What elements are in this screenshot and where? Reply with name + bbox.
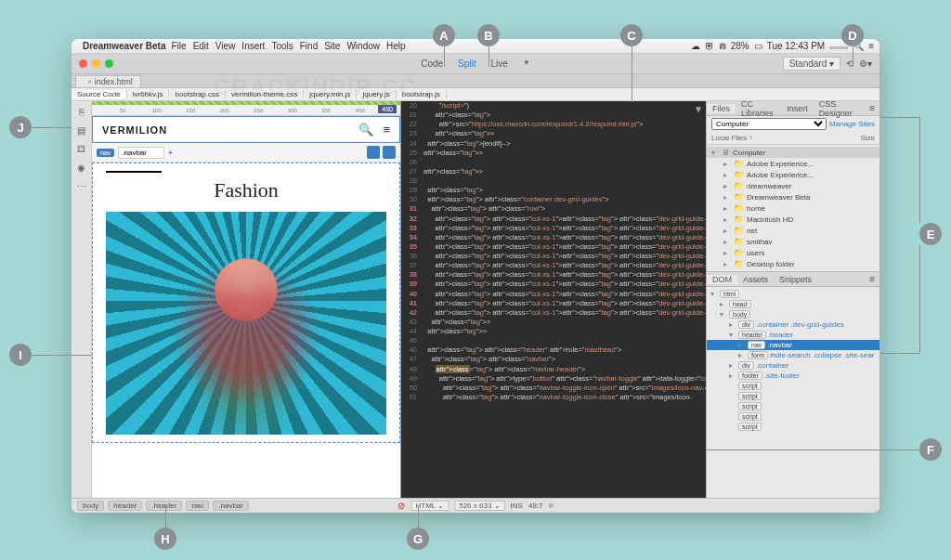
file-manage-icon[interactable]: ⎘	[75, 105, 88, 118]
live-content[interactable]: Fashion	[92, 163, 400, 443]
menubar-icon[interactable]: ≡	[868, 41, 874, 51]
breadcrumb[interactable]: .header	[146, 501, 182, 511]
view-split[interactable]: Split	[451, 57, 482, 71]
view-live-dropdown-icon[interactable]: ▼	[516, 57, 537, 71]
menu-insert[interactable]: Insert	[241, 41, 265, 51]
code-line[interactable]: 27 attr">class="tag">>	[401, 167, 706, 176]
code-line[interactable]: 45	[401, 336, 706, 345]
close-button[interactable]	[79, 59, 87, 68]
menu-find[interactable]: Find	[300, 41, 318, 51]
gear-icon[interactable]: ⚙▾	[859, 59, 872, 69]
dom-node[interactable]: ▸div .container	[707, 360, 879, 371]
dom-node[interactable]: ▸div .container .dev-grid-guides	[707, 319, 879, 330]
tab-snippets[interactable]: Snippets	[774, 275, 817, 284]
related-file[interactable]: jquery.min.js	[304, 90, 357, 98]
error-icon[interactable]: ⊘	[397, 501, 405, 511]
dimensions-dropdown[interactable]: 526 x 633 ⌄	[454, 501, 504, 511]
file-tree-item[interactable]: ▸📁smithav	[707, 236, 879, 247]
code-line[interactable]: 44 attr">class="tag">>	[401, 327, 706, 336]
file-tree-item[interactable]: ▸📁net	[707, 225, 879, 236]
code-line[interactable]: 42 attr">class="tag"> attr">class="col-x…	[401, 308, 706, 318]
col-local-files[interactable]: Local Files ↑	[711, 134, 860, 142]
code-line[interactable]: 34 attr">class="tag"> attr">class="col-x…	[401, 233, 706, 242]
element-tag-badge[interactable]: nav	[97, 149, 114, 157]
code-line[interactable]: 25 attr">class="tag">>	[401, 149, 706, 158]
tab-css[interactable]: CSS Designer	[814, 101, 864, 118]
breadcrumb[interactable]: nav	[186, 501, 209, 511]
file-tree-item[interactable]: ▸📁Adobe Experience...	[707, 158, 879, 169]
search-icon[interactable]: 🔍	[358, 123, 373, 137]
workspace-dropdown[interactable]: Standard ▾	[783, 57, 840, 71]
related-file[interactable]: jquery.js	[357, 90, 396, 98]
insert-mode[interactable]: INS	[511, 501, 523, 510]
dom-node[interactable]: ▸form #site-search .collapse .site-sear	[707, 350, 879, 360]
menu-window[interactable]: Window	[346, 41, 380, 51]
code-line[interactable]: 29 attr">class="tag">	[401, 186, 706, 195]
manage-sites-link[interactable]: Manage Sites	[829, 120, 875, 128]
col-size[interactable]: Size	[860, 134, 875, 142]
inspect-icon[interactable]: ◉	[75, 161, 88, 174]
related-file[interactable]: bootstrap.js	[397, 90, 447, 98]
tab-assets[interactable]: Assets	[737, 275, 774, 284]
code-line[interactable]: 26	[401, 158, 706, 167]
live-options-icon[interactable]: ⚃	[75, 142, 88, 155]
cloud-icon[interactable]: ☁	[691, 41, 700, 51]
dom-node[interactable]: ▾html	[707, 289, 879, 299]
dom-node[interactable]: ▾body	[707, 309, 879, 319]
element-selector-input[interactable]	[118, 147, 164, 159]
code-line[interactable]: 40 attr">class="tag"> attr">class="col-x…	[401, 290, 706, 299]
code-line[interactable]: 22 attr">src="https://oss.maxcdn.com/res…	[401, 120, 706, 129]
preview-icon[interactable]: ⎚	[549, 501, 554, 510]
code-line[interactable]: 28	[401, 176, 706, 186]
dom-node[interactable]: script	[707, 422, 879, 432]
breadcrumb[interactable]: body	[77, 501, 104, 511]
tab-cc[interactable]: CC Libraries	[736, 101, 781, 118]
site-dropdown[interactable]: Computer	[711, 118, 827, 130]
viewport-width-badge[interactable]: 480	[378, 105, 397, 113]
layout-icon[interactable]	[383, 146, 396, 159]
dom-node[interactable]: script	[707, 391, 879, 401]
related-file[interactable]: bootstrap.css	[169, 90, 226, 98]
shield-icon[interactable]: ⛨	[705, 41, 714, 51]
dom-node[interactable]: script	[707, 401, 879, 411]
code-line[interactable]: 39 attr">class="tag"> attr">class="col-x…	[401, 280, 706, 289]
wifi-icon[interactable]: ⋒	[719, 41, 726, 51]
live-header-nav[interactable]: VERMILION 🔍 ≡	[92, 116, 400, 143]
code-line[interactable]: 41 attr">class="tag"> attr">class="col-x…	[401, 299, 706, 308]
code-line[interactable]: 50 attr">class="tag"> attr">class="navba…	[401, 384, 706, 393]
file-tree-item[interactable]: ▸📁Adobe Experience...	[707, 169, 879, 180]
menu-file[interactable]: File	[172, 41, 187, 51]
minimize-button[interactable]	[92, 59, 100, 68]
menu-edit[interactable]: Edit	[193, 41, 209, 51]
file-tree-item[interactable]: ▸📁users	[707, 247, 879, 258]
menu-help[interactable]: Help	[386, 41, 406, 51]
close-icon[interactable]: ×	[87, 77, 92, 86]
code-line[interactable]: 24 attr">class="tag">[endif]-->	[401, 139, 706, 149]
menu-tools[interactable]: Tools	[271, 41, 293, 51]
code-line[interactable]: 43 attr">class="tag">>	[401, 318, 706, 327]
code-line[interactable]: 48 attr">class="tag"> attr">class="navba…	[401, 365, 706, 374]
zoom-button[interactable]	[105, 59, 113, 68]
doctype-dropdown[interactable]: HTML ⌄	[410, 501, 449, 511]
code-line[interactable]: 51 attr">class="tag"> attr">class="navba…	[401, 393, 706, 402]
code-line[interactable]: 30 attr">class="tag"> attr">class="conta…	[401, 195, 706, 204]
file-tree-item[interactable]: ▸📁dreamweaver	[707, 180, 879, 191]
expand-icon[interactable]: ▤	[75, 124, 88, 137]
breadcrumb[interactable]: header	[108, 501, 142, 511]
related-file[interactable]: ivr6hkv.js	[127, 90, 170, 98]
code-line[interactable]: 33 attr">class="tag"> attr">class="col-x…	[401, 224, 706, 233]
code-pane[interactable]: ▼ 20 "/script>")21 attr">class="tag">22 …	[401, 101, 706, 498]
dots-icon[interactable]: ⋯	[75, 179, 88, 192]
dom-node[interactable]: ▸nav .navbar	[707, 340, 879, 350]
battery-icon[interactable]: ▭	[754, 41, 762, 51]
code-line[interactable]: 37 attr">class="tag"> attr">class="col-x…	[401, 261, 706, 270]
tab-insert[interactable]: Insert	[781, 104, 814, 113]
code-line[interactable]: 20 "/script>")	[401, 101, 706, 111]
code-line[interactable]: 38 attr">class="tag"> attr">class="col-x…	[401, 270, 706, 280]
add-selector-button[interactable]: +	[168, 149, 173, 157]
menu-site[interactable]: Site	[324, 41, 340, 51]
file-tree-item[interactable]: ▸📁Macintosh HD	[707, 214, 879, 225]
menu-view[interactable]: View	[215, 41, 236, 51]
filter-icon[interactable]: ▼	[694, 103, 703, 116]
panel-menu-icon[interactable]: ≡	[864, 274, 879, 284]
